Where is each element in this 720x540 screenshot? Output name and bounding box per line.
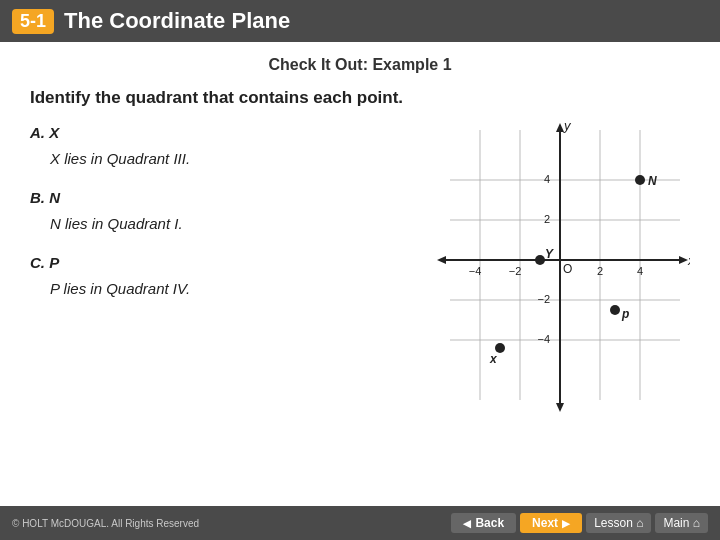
svg-text:x: x: [489, 352, 498, 366]
svg-text:4: 4: [637, 265, 643, 277]
main-button[interactable]: Main ⌂: [655, 513, 708, 533]
lesson-title: The Coordinate Plane: [64, 8, 290, 34]
answer-b: B. N N lies in Quadrant I.: [30, 185, 420, 236]
svg-text:y: y: [563, 120, 572, 133]
answer-b-letter: B.: [30, 189, 49, 206]
answer-a-desc: X lies in Quadrant III.: [50, 146, 420, 172]
answer-a-label: A. X: [30, 120, 420, 146]
svg-text:−2: −2: [509, 265, 522, 277]
lesson-button[interactable]: Lesson ⌂: [586, 513, 651, 533]
svg-text:−4: −4: [469, 265, 482, 277]
svg-text:2: 2: [544, 213, 550, 225]
svg-text:2: 2: [597, 265, 603, 277]
lesson-badge: 5-1: [12, 9, 54, 34]
next-arrow-icon: ▶: [562, 518, 570, 529]
svg-text:−4: −4: [537, 333, 550, 345]
lesson-label: Lesson ⌂: [594, 516, 643, 530]
answers-section: A. X X lies in Quadrant III. B. N N lies…: [30, 120, 420, 315]
svg-marker-15: [437, 256, 446, 264]
main-label: Main ⌂: [663, 516, 700, 530]
back-label: Back: [475, 516, 504, 530]
next-label: Next: [532, 516, 558, 530]
main-area: A. X X lies in Quadrant III. B. N N lies…: [30, 120, 690, 420]
copyright-text: © HOLT McDOUGAL. All Rights Reserved: [12, 518, 199, 529]
main-content: Check It Out: Example 1 Identify the qua…: [0, 42, 720, 430]
footer-buttons: ◀ Back Next ▶ Lesson ⌂ Main ⌂: [451, 513, 708, 533]
header: 5-1 The Coordinate Plane: [0, 0, 720, 42]
svg-text:O: O: [563, 262, 572, 276]
svg-text:x: x: [687, 253, 690, 268]
question-text: Identify the quadrant that contains each…: [30, 88, 690, 108]
answer-b-var: N: [49, 189, 60, 206]
svg-marker-14: [679, 256, 688, 264]
svg-text:−2: −2: [537, 293, 550, 305]
answer-c-desc: P lies in Quadrant IV.: [50, 276, 420, 302]
footer: © HOLT McDOUGAL. All Rights Reserved ◀ B…: [0, 506, 720, 540]
answer-a-var: X: [49, 124, 59, 141]
answer-c-letter: C.: [30, 254, 49, 271]
answer-b-label: B. N: [30, 185, 420, 211]
svg-text:p: p: [621, 307, 629, 321]
answer-c-label: C. P: [30, 250, 420, 276]
svg-marker-13: [556, 403, 564, 412]
answer-a: A. X X lies in Quadrant III.: [30, 120, 420, 171]
example-subtitle: Check It Out: Example 1: [30, 56, 690, 74]
coordinate-graph: x y O −4 −2 2 4 4 2 −2 −4 N: [430, 120, 690, 420]
answer-c-var: P: [49, 254, 59, 271]
svg-text:4: 4: [544, 173, 550, 185]
answer-b-desc: N lies in Quadrant I.: [50, 211, 420, 237]
svg-marker-12: [556, 123, 564, 132]
svg-text:Y: Y: [545, 247, 554, 261]
graph-svg: x y O −4 −2 2 4 4 2 −2 −4 N: [430, 120, 690, 420]
svg-point-29: [535, 255, 545, 265]
svg-text:N: N: [648, 174, 657, 188]
svg-point-27: [635, 175, 645, 185]
svg-point-31: [610, 305, 620, 315]
back-arrow-icon: ◀: [463, 518, 471, 529]
back-button[interactable]: ◀ Back: [451, 513, 516, 533]
answer-c: C. P P lies in Quadrant IV.: [30, 250, 420, 301]
next-button[interactable]: Next ▶: [520, 513, 582, 533]
answer-a-letter: A.: [30, 124, 49, 141]
